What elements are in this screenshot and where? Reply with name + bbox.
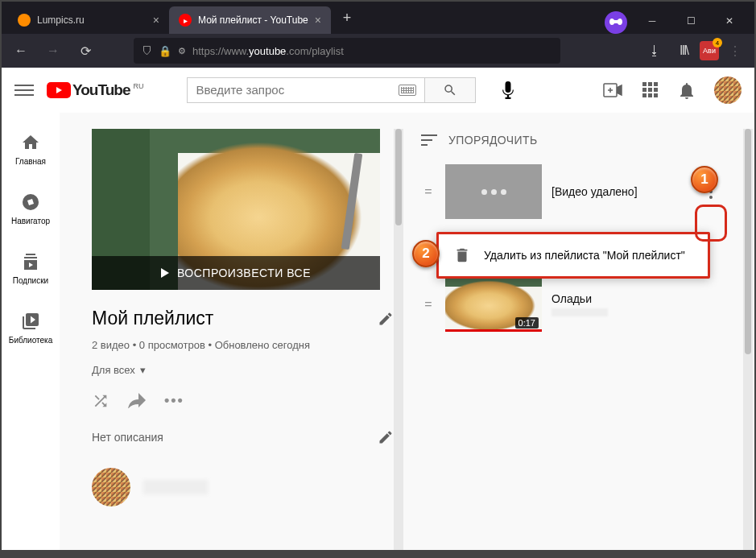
notifications-button[interactable] bbox=[677, 81, 696, 100]
browser-tab-youtube[interactable]: ▸ Мой плейлист - YouTube × bbox=[169, 6, 331, 34]
back-button[interactable]: ← bbox=[8, 38, 34, 64]
minimize-button[interactable]: ─ bbox=[634, 8, 671, 34]
video-thumbnail-deleted[interactable] bbox=[445, 164, 542, 219]
edit-description-button[interactable] bbox=[378, 429, 394, 445]
close-icon[interactable]: × bbox=[315, 14, 321, 27]
youtube-logo[interactable]: YouTube RU bbox=[47, 81, 143, 99]
sidebar-item-explore[interactable]: Навигатор bbox=[2, 179, 60, 238]
youtube-sidebar: Главная Навигатор Подписки Библиотека bbox=[2, 113, 60, 556]
playlist-description: Нет описания bbox=[92, 431, 378, 444]
overflow-menu-button[interactable]: ⋮ bbox=[722, 38, 748, 64]
drag-handle-icon[interactable]: = bbox=[421, 184, 436, 199]
svg-rect-3 bbox=[421, 139, 432, 141]
remove-from-playlist-item[interactable]: Удалить из плейлиста "Мой плейлист" bbox=[439, 238, 708, 273]
new-tab-button[interactable]: + bbox=[336, 6, 358, 29]
close-window-button[interactable]: ✕ bbox=[711, 8, 748, 34]
youtube-wordmark: YouTube bbox=[72, 81, 130, 99]
browser-toolbar: ← → ⟳ ⛉ 🔒 ⚙ https://www.youtube.com/play… bbox=[2, 34, 754, 68]
playlist-videos-column: УПОРЯДОЧИТЬ = [Видео удалено] = bbox=[405, 129, 737, 556]
maximize-button[interactable]: ☐ bbox=[672, 8, 709, 34]
lock-icon[interactable]: 🔒 bbox=[159, 45, 171, 57]
settings-icon[interactable]: ⚙ bbox=[178, 46, 186, 56]
video-channel bbox=[552, 308, 608, 316]
drag-handle-icon[interactable]: = bbox=[421, 297, 436, 312]
chevron-down-icon: ▾ bbox=[140, 364, 146, 376]
page-body: Главная Навигатор Подписки Библиотека ВО… bbox=[2, 113, 754, 556]
duration-badge: 0:17 bbox=[515, 317, 539, 329]
video-thumbnail[interactable]: 0:17 bbox=[445, 277, 542, 332]
more-actions-button[interactable]: ••• bbox=[164, 392, 184, 410]
annotation-marker-1: 1 bbox=[691, 166, 718, 193]
extension-badge[interactable]: Ави bbox=[700, 41, 719, 60]
owner-avatar[interactable] bbox=[92, 468, 130, 506]
annotation-highlight-ring bbox=[695, 205, 727, 242]
scrollbar-left[interactable] bbox=[394, 129, 403, 556]
favicon-lumpics bbox=[18, 14, 31, 27]
playlist-video-row[interactable]: = [Видео удалено] bbox=[421, 159, 729, 224]
playlist-hero-thumbnail[interactable]: ВОСПРОИЗВЕСТИ ВСЕ bbox=[92, 129, 380, 290]
url-text: https://www.youtube.com/playlist bbox=[192, 45, 344, 57]
shuffle-button[interactable] bbox=[92, 392, 109, 410]
tab-label: Lumpics.ru bbox=[37, 14, 85, 26]
favicon-youtube: ▸ bbox=[179, 14, 192, 27]
search-input-wrap[interactable] bbox=[187, 77, 424, 103]
playlist-info-column: ВОСПРОИЗВЕСТИ ВСЕ Мой плейлист 2 видео •… bbox=[92, 129, 394, 556]
edit-title-button[interactable] bbox=[378, 311, 394, 327]
playlist-meta: 2 видео • 0 просмотров • Обновлено сегод… bbox=[92, 339, 394, 351]
library-button[interactable]: III\ bbox=[671, 38, 696, 64]
sidebar-item-home[interactable]: Главная bbox=[2, 119, 60, 179]
tab-label: Мой плейлист - YouTube bbox=[198, 14, 308, 26]
private-mode-icon[interactable] bbox=[605, 11, 627, 34]
download-button[interactable]: ⭳ bbox=[642, 38, 667, 64]
svg-rect-2 bbox=[421, 134, 437, 136]
region-label: RU bbox=[133, 82, 143, 90]
search-input[interactable] bbox=[196, 83, 399, 97]
playlist-title: Мой плейлист bbox=[92, 308, 378, 329]
shield-icon[interactable]: ⛉ bbox=[142, 45, 152, 57]
privacy-dropdown[interactable]: Для всех ▾ bbox=[92, 364, 394, 376]
frame-border bbox=[2, 550, 754, 556]
avatar[interactable] bbox=[714, 76, 742, 104]
hamburger-menu-button[interactable] bbox=[14, 85, 34, 96]
browser-tab-lumpics[interactable]: Lumpics.ru × bbox=[8, 6, 169, 34]
annotation-marker-2: 2 bbox=[412, 240, 440, 267]
address-bar[interactable]: ⛉ 🔒 ⚙ https://www.youtube.com/playlist bbox=[134, 38, 560, 64]
video-title: Оладьи bbox=[552, 292, 729, 305]
apps-button[interactable] bbox=[640, 81, 659, 100]
svg-point-7 bbox=[709, 196, 713, 199]
play-all-overlay[interactable]: ВОСПРОИЗВЕСТИ ВСЕ bbox=[92, 256, 380, 290]
youtube-play-icon bbox=[47, 82, 71, 98]
owner-name[interactable] bbox=[143, 480, 208, 494]
context-menu: Удалить из плейлиста "Мой плейлист" bbox=[436, 232, 710, 279]
create-button[interactable] bbox=[603, 81, 622, 100]
search-button[interactable] bbox=[424, 77, 476, 103]
sidebar-item-subscriptions[interactable]: Подписки bbox=[2, 238, 60, 298]
close-icon[interactable]: × bbox=[153, 14, 159, 27]
browser-tab-strip: Lumpics.ru × ▸ Мой плейлист - YouTube × … bbox=[2, 2, 754, 34]
forward-button[interactable]: → bbox=[40, 38, 66, 64]
keyboard-icon[interactable] bbox=[399, 85, 416, 96]
svg-rect-4 bbox=[421, 144, 428, 146]
voice-search-button[interactable] bbox=[498, 81, 518, 100]
scrollbar-right[interactable] bbox=[743, 129, 753, 556]
reload-button[interactable]: ⟳ bbox=[72, 38, 98, 64]
youtube-header: YouTube RU bbox=[2, 68, 754, 113]
playlist-video-row[interactable]: = 0:17 Оладьи bbox=[421, 272, 729, 337]
sidebar-item-library[interactable]: Библиотека bbox=[2, 298, 60, 358]
share-button[interactable] bbox=[127, 392, 147, 410]
sort-button[interactable]: УПОРЯДОЧИТЬ bbox=[421, 134, 729, 147]
